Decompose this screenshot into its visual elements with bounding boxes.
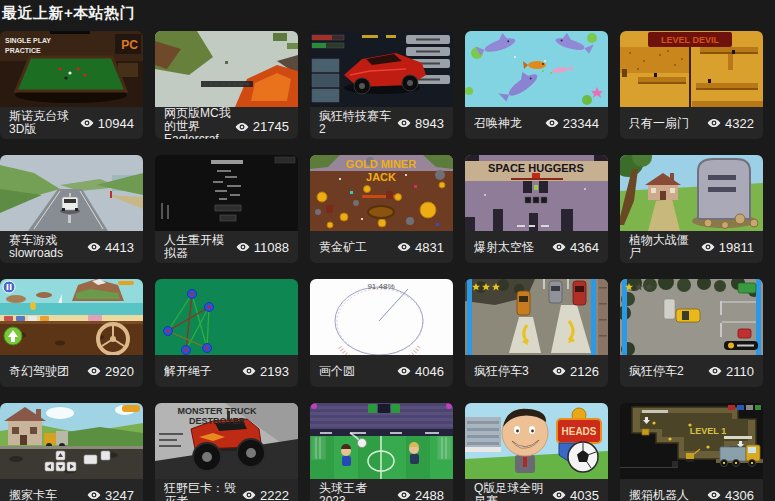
game-card[interactable]: SPACE HUGGERS 爆射太空怪 4364 [465, 155, 608, 263]
thumb-overlay-text: PC [121, 38, 138, 52]
thumb-overlay-text: LEVEL 1 [690, 426, 726, 436]
game-card[interactable]: SINGLE PLAY PRACTICE PC 斯诺克台球3D版 10944 [0, 31, 143, 139]
game-title: 疯狂停车3 [474, 365, 529, 378]
game-title: 植物大战僵尸 [629, 234, 697, 260]
views-icon [397, 364, 411, 378]
card-footer: 疯狂特技赛车2 8943 [310, 107, 453, 139]
stunt-car-thumb-art [310, 31, 453, 107]
parking3-thumb-art [465, 279, 608, 355]
moving-truck-thumb-art [0, 403, 143, 479]
game-card[interactable]: 召唤神龙 23344 [465, 31, 608, 139]
game-thumbnail [310, 31, 453, 107]
view-count-value: 19811 [719, 240, 754, 255]
game-card[interactable]: MONSTER TRUCK DESTROYER 狂野巨卡：毁灭者 2222 [155, 403, 298, 501]
game-thumbnail [155, 31, 298, 107]
game-thumbnail [465, 279, 608, 355]
views-icon [80, 116, 94, 130]
thumb-overlay-text: SINGLE PLAY [5, 37, 51, 44]
draw-circle-thumb-art: 91.48% [310, 279, 453, 355]
view-count: 8943 [397, 116, 444, 131]
game-thumbnail: GOLD MINER JACK [310, 155, 453, 231]
game-grid: SINGLE PLAY PRACTICE PC 斯诺克台球3D版 10944 [0, 31, 775, 501]
game-title: 搬箱机器人 [629, 489, 689, 501]
game-card[interactable]: 搬家卡车 3247 [0, 403, 143, 501]
pvz-thumb-art [620, 155, 763, 231]
view-count: 2920 [87, 364, 134, 379]
game-card[interactable]: 人生重开模拟器 11088 [155, 155, 298, 263]
view-count-value: 10944 [98, 116, 134, 131]
card-footer: 网页版MC我的世界Eaglercraf... 21745 [155, 107, 298, 139]
view-count-value: 4035 [570, 488, 599, 501]
view-count-value: 2222 [260, 488, 289, 501]
card-footer: 疯狂停车3 2126 [465, 355, 608, 387]
card-footer: 搬家卡车 3247 [0, 479, 143, 501]
views-icon [397, 116, 411, 130]
card-footer: 召唤神龙 23344 [465, 107, 608, 139]
view-count-value: 4306 [725, 488, 754, 501]
game-title: 解开绳子 [164, 365, 212, 378]
views-icon [708, 364, 722, 378]
views-icon [242, 364, 256, 378]
game-card[interactable]: HEADS Q版足球全明星赛 4035 [465, 403, 608, 501]
game-card[interactable]: LEVEL 1 搬箱机器人 4306 [620, 403, 763, 501]
game-title: 召唤神龙 [474, 117, 522, 130]
gold-miner-thumb-art: GOLD MINER JACK [310, 155, 453, 231]
view-count: 2222 [242, 488, 289, 501]
view-count: 4035 [552, 488, 599, 501]
view-count-value: 2126 [570, 364, 599, 379]
views-icon [552, 240, 566, 254]
card-footer: 黄金矿工 4831 [310, 231, 453, 263]
game-thumbnail: SPACE HUGGERS [465, 155, 608, 231]
game-card[interactable]: 头球王者2023 2488 [310, 403, 453, 501]
thumb-overlay-text: HEADS [561, 426, 596, 437]
thumb-overlay-text: DESTROYER [189, 416, 246, 426]
views-icon [397, 240, 411, 254]
view-count: 2110 [708, 364, 754, 379]
view-count-value: 3247 [105, 488, 134, 501]
views-icon [87, 240, 101, 254]
thumb-overlay-text: GOLD MINER [346, 158, 416, 170]
game-title: 斯诺克台球3D版 [9, 110, 76, 136]
game-title: 赛车游戏 slowroads [9, 234, 83, 260]
card-footer: 斯诺克台球3D版 10944 [0, 107, 143, 139]
game-card[interactable]: 解开绳子 2193 [155, 279, 298, 387]
driving-thumb-art [0, 279, 143, 355]
views-icon [87, 364, 101, 378]
view-count-value: 11088 [254, 240, 289, 255]
game-card[interactable]: 奇幻驾驶团 2920 [0, 279, 143, 387]
game-title: 头球王者2023 [319, 482, 393, 501]
game-thumbnail: HEADS [465, 403, 608, 479]
game-card[interactable]: 91.48% 画个圆 4046 [310, 279, 453, 387]
thumb-overlay-text: SPACE HUGGERS [488, 162, 584, 174]
game-card[interactable]: LEVEL DEVIL 只有一扇门 4322 [620, 31, 763, 139]
game-card[interactable]: 植物大战僵尸 19811 [620, 155, 763, 263]
view-count: 2488 [397, 488, 444, 501]
view-count: 3247 [87, 488, 134, 501]
view-count: 11088 [236, 240, 289, 255]
view-count: 2193 [242, 364, 289, 379]
game-thumbnail [620, 155, 763, 231]
head-soccer-thumb-art [310, 403, 453, 479]
card-footer: 人生重开模拟器 11088 [155, 231, 298, 263]
card-footer: Q版足球全明星赛 4035 [465, 479, 608, 501]
card-footer: 爆射太空怪 4364 [465, 231, 608, 263]
view-count-value: 2110 [726, 364, 754, 379]
game-card[interactable]: GOLD MINER JACK 黄金矿工 4831 [310, 155, 453, 263]
life-restart-thumb-art [155, 155, 298, 231]
page-title: 最近上新+本站热门 [0, 0, 775, 23]
game-card[interactable]: 疯狂停车3 2126 [465, 279, 608, 387]
views-icon [236, 240, 250, 254]
game-card[interactable]: 赛车游戏 slowroads 4413 [0, 155, 143, 263]
game-card[interactable]: 网页版MC我的世界Eaglercraf... 21745 [155, 31, 298, 139]
view-count: 4831 [397, 240, 444, 255]
views-icon [707, 488, 721, 501]
game-card[interactable]: 疯狂特技赛车2 8943 [310, 31, 453, 139]
view-count-value: 8943 [415, 116, 444, 131]
view-count: 4322 [707, 116, 754, 131]
view-count-value: 4364 [570, 240, 599, 255]
game-card[interactable]: 疯狂停车2 2110 [620, 279, 763, 387]
view-count: 4046 [397, 364, 444, 379]
parking2-thumb-art [620, 279, 763, 355]
views-icon [397, 488, 411, 501]
view-count-value: 2488 [415, 488, 444, 501]
